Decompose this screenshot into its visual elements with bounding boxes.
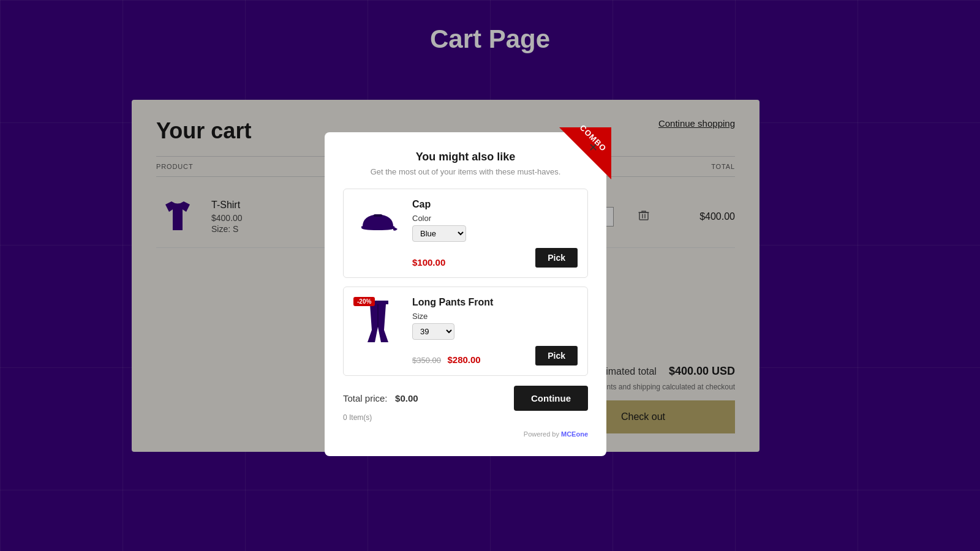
powered-by: Powered by MCEone <box>343 430 588 438</box>
total-label: Total price: $0.00 <box>343 393 418 403</box>
modal-title: You might also like <box>343 151 588 163</box>
product-size-label: Size <box>412 312 578 321</box>
cap-pick-button[interactable]: Pick <box>535 248 578 268</box>
pants-card-bottom: $350.00 $280.00 Pick <box>412 346 578 365</box>
product-size-select[interactable]: 39 40 41 42 <box>412 323 454 340</box>
modal-continue-button[interactable]: Continue <box>514 386 588 411</box>
modal-overlay: COMBO ✕ You might also like Get the most… <box>0 0 980 551</box>
total-row: Total price: $0.00 Continue <box>343 386 588 411</box>
cap-card-bottom: $100.00 Pick <box>412 248 578 268</box>
product-name-pants: Long Pants Front <box>412 297 578 308</box>
pants-original-price: $350.00 <box>412 356 441 365</box>
product-thumb-cap <box>353 199 402 248</box>
modal: COMBO ✕ You might also like Get the most… <box>325 132 606 456</box>
mcone-link[interactable]: MCEone <box>561 430 588 438</box>
product-card-pants: -20% Long Pants Front Size 39 40 41 42 <box>343 287 588 376</box>
product-color-label: Color <box>412 214 578 223</box>
cap-price: $100.00 <box>412 257 445 268</box>
pants-price-container: $350.00 $280.00 <box>412 354 481 365</box>
product-info-cap: Cap Color Blue Red Black White $100.00 P… <box>412 199 578 268</box>
product-card-cap: Cap Color Blue Red Black White $100.00 P… <box>343 189 588 278</box>
modal-subtitle: Get the most out of your items with thes… <box>343 167 588 176</box>
pants-sale-price: $280.00 <box>447 354 480 365</box>
combo-ribbon: COMBO <box>556 127 611 182</box>
modal-footer: Total price: $0.00 Continue 0 Item(s) Po… <box>343 386 588 438</box>
items-count: 0 Item(s) <box>343 413 588 422</box>
pants-pick-button[interactable]: Pick <box>535 346 578 365</box>
product-name-cap: Cap <box>412 199 578 210</box>
product-thumb-pants: -20% <box>353 297 402 346</box>
svg-rect-1 <box>374 214 382 217</box>
product-info-pants: Long Pants Front Size 39 40 41 42 $350.0… <box>412 297 578 365</box>
total-amount: $0.00 <box>395 393 418 403</box>
discount-badge-pants: -20% <box>353 297 375 306</box>
product-color-select[interactable]: Blue Red Black White <box>412 225 466 242</box>
modal-close-button[interactable]: ✕ <box>589 141 598 154</box>
